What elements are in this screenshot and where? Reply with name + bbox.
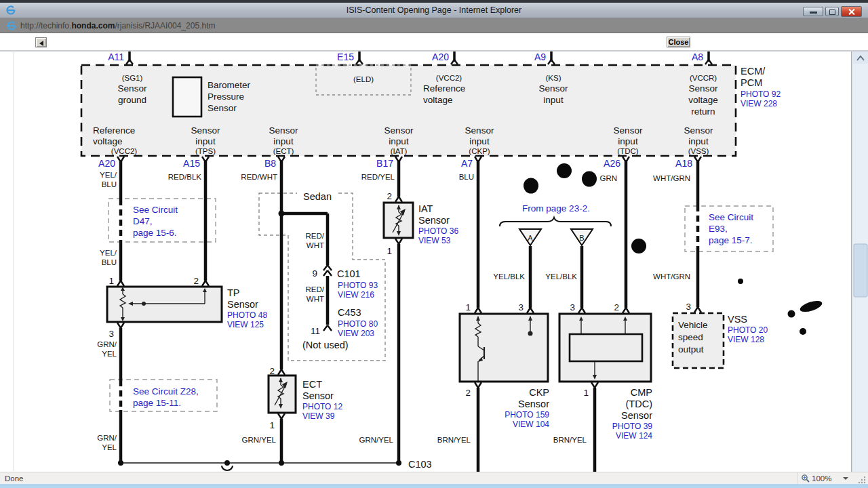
component-name-label: Sensor — [621, 410, 652, 421]
reference-note: See Circuit — [709, 212, 753, 222]
zoom-control[interactable]: 100% — [801, 472, 855, 484]
component-name-label: CKP — [529, 387, 549, 398]
photo-view-link[interactable]: PHOTO 93 — [338, 281, 378, 290]
pin-number-label: 2 — [614, 302, 619, 312]
wire-color-label: WHT/GRN — [653, 272, 690, 281]
close-content-button[interactable]: Close — [667, 37, 690, 47]
photo-view-link[interactable]: PHOTO 39 — [612, 422, 652, 431]
wire-color-label: RED/BLK — [168, 173, 202, 181]
pin-id-label: A8 — [692, 52, 703, 62]
wire-color-label: GRN/YEL — [359, 436, 394, 444]
url-prefix: http://techinfo. — [20, 21, 71, 30]
signal-label: Sensor — [191, 125, 220, 136]
photo-view-link[interactable]: VIEW 125 — [227, 320, 264, 329]
signal-label: Reference — [93, 125, 135, 136]
back-button[interactable] — [35, 37, 47, 47]
window-bottom-edge — [0, 484, 868, 488]
wire-color-label: (CKP) — [469, 147, 490, 155]
address-bar[interactable]: http://techinfo.honda.com/rjanisis/RJAAI… — [0, 18, 868, 33]
scrollbar-thumb[interactable] — [854, 244, 867, 297]
signal-label: output — [678, 344, 704, 354]
wire-color-label: YEL/BLK — [545, 272, 577, 281]
photo-view-link[interactable]: VIEW 228 — [741, 99, 777, 108]
photo-view-link[interactable]: PHOTO 12 — [302, 402, 342, 411]
maximize-button[interactable] — [825, 7, 839, 16]
signal-label: Barometer — [208, 80, 251, 90]
vertical-scrollbar[interactable] — [853, 52, 868, 472]
pin-number-label: 2 — [193, 276, 199, 286]
component-name-label: Sensor — [418, 215, 450, 226]
photo-view-link[interactable]: PHOTO 159 — [505, 410, 549, 420]
signal-label: Sensor — [539, 83, 568, 94]
photo-view-link[interactable]: VIEW 203 — [338, 329, 374, 338]
signal-label: input — [618, 136, 638, 146]
pin-number-label: 2 — [269, 366, 275, 376]
reference-note: See Circuit Z28, — [133, 386, 199, 396]
url-text[interactable]: http://techinfo.honda.com/rjanisis/RJAAI… — [20, 21, 215, 30]
pin-number-label: 9 — [312, 268, 317, 279]
pin-number-label: 3 — [518, 302, 524, 312]
component-name-label: C103 — [408, 459, 432, 470]
signal-label: Pressure — [208, 92, 244, 102]
pin-id-label: A9 — [534, 52, 546, 62]
signal-label: voltage — [93, 136, 123, 146]
wire-color-label: YEL/ — [100, 171, 117, 179]
wire-color-label: (TPS) — [195, 147, 216, 155]
wire-color-label: (ECT) — [273, 147, 294, 155]
photo-view-link[interactable]: PHOTO 92 — [741, 89, 781, 99]
wire-color-label: GRN/ — [97, 340, 117, 348]
component-name-label: CMP — [631, 387, 652, 398]
url-domain: honda.com — [71, 21, 115, 30]
signal-label: ground — [118, 95, 146, 105]
wire-color-label: BLU — [102, 258, 117, 266]
wire-color-label: (ELD) — [353, 75, 374, 83]
close-icon — [848, 8, 856, 16]
photo-view-link[interactable]: PHOTO 80 — [338, 319, 378, 329]
signal-label: input — [195, 136, 216, 146]
signal-label: Sensor — [269, 125, 298, 136]
component-name-label: (TDC) — [626, 399, 652, 409]
photo-view-link[interactable]: VIEW 124 — [616, 431, 652, 441]
reference-note: D47, — [133, 216, 153, 226]
signal-label: Sensor — [465, 125, 494, 136]
photo-view-link[interactable]: VIEW 39 — [302, 411, 335, 421]
signal-label: input — [469, 136, 490, 146]
photo-view-link[interactable]: VIEW 104 — [513, 420, 549, 429]
content-toolbar: Close — [0, 33, 868, 50]
minimize-button[interactable] — [803, 7, 823, 16]
wire-color-label: WHT — [307, 241, 324, 249]
component-name-label: PCM — [741, 77, 762, 88]
wire-color-label: BRN/YEL — [437, 436, 471, 444]
scrollbar-up-button[interactable] — [853, 52, 868, 64]
pin-number-label: 11 — [311, 326, 320, 336]
wire-color-label: YEL/ — [100, 249, 117, 257]
wiring-diagram: A11E15A20A9A8(SG1)SensorgroundBarometerP… — [0, 0, 868, 488]
photo-view-link[interactable]: PHOTO 20 — [728, 325, 768, 335]
zoom-dropdown-arrow[interactable] — [843, 477, 848, 480]
pin-id-label: B8 — [264, 158, 276, 169]
photo-view-link[interactable]: VIEW 216 — [338, 290, 374, 300]
statusbar-separator — [797, 472, 798, 484]
close-window-button[interactable] — [841, 6, 862, 17]
pin-id-label: E15 — [337, 52, 354, 62]
wire-color-label: RED/ — [306, 232, 325, 240]
signal-label: Vehicle — [678, 320, 708, 330]
pin-number-label: 3 — [570, 302, 575, 312]
photo-view-link[interactable]: VIEW 128 — [728, 335, 764, 344]
photo-view-link[interactable]: PHOTO 48 — [227, 310, 267, 320]
reference-note: E93, — [709, 224, 728, 234]
wire-color-label: RED/WHT — [241, 173, 277, 181]
pin-number-label: 1 — [583, 388, 589, 398]
wire-color-label: GRN — [599, 174, 617, 182]
photo-view-link[interactable]: PHOTO 36 — [418, 226, 458, 236]
wire-color-label: RED/YEL — [361, 173, 395, 181]
pin-id-label: A18 — [675, 158, 692, 169]
resize-grip[interactable] — [857, 475, 866, 484]
magnifier-icon — [801, 474, 810, 483]
back-icon — [39, 41, 43, 46]
wire-color-label: BLU — [459, 173, 474, 181]
barometer-pressure-sensor-box — [173, 77, 201, 117]
status-text: Done — [5, 474, 24, 483]
photo-view-link[interactable]: VIEW 53 — [418, 236, 451, 245]
wire-color-label: YEL — [102, 350, 117, 358]
